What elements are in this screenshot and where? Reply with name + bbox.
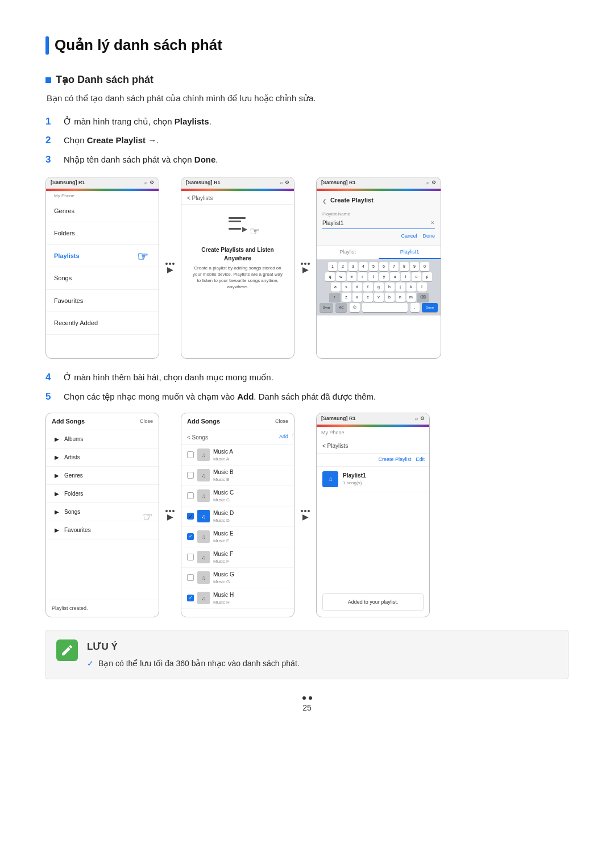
- key-e[interactable]: e: [347, 272, 356, 281]
- tab-playlist[interactable]: Playlist: [317, 246, 379, 260]
- key-w[interactable]: w: [336, 272, 346, 281]
- key-m[interactable]: m: [406, 293, 416, 302]
- key-emoji[interactable]: ☺: [350, 303, 360, 312]
- key-0[interactable]: 0: [420, 262, 429, 271]
- status-bar-3: [Samsung] R1 ⌕ ⚙: [317, 177, 441, 189]
- key-sym[interactable]: Sym: [320, 303, 333, 312]
- add-songs-header-1: Add Songs Close: [46, 413, 159, 430]
- key-c[interactable]: c: [363, 293, 373, 302]
- key-n[interactable]: n: [396, 293, 405, 302]
- key-9[interactable]: 9: [410, 262, 419, 271]
- screenshots-row-1: [Samsung] R1 ⌕ ⚙ My Phone Genres Folders…: [45, 177, 569, 359]
- as-artists: ▶ Artists: [46, 448, 159, 467]
- key-d[interactable]: d: [352, 283, 362, 292]
- key-2[interactable]: 2: [338, 262, 347, 271]
- key-o[interactable]: o: [412, 272, 421, 281]
- screenshots-row-2: Add Songs Close ▶ Albums ▶ Artists ▶ Gen…: [45, 413, 569, 617]
- key-backspace[interactable]: ⌫: [417, 293, 429, 302]
- status-icons-1: ⌕ ⚙: [144, 179, 154, 187]
- gear-icon-3: ⚙: [432, 179, 436, 187]
- add-icon: ▶: [242, 224, 247, 234]
- key-z[interactable]: z: [342, 293, 351, 302]
- key-k[interactable]: k: [406, 283, 416, 292]
- add-button[interactable]: Add: [279, 434, 288, 439]
- key-x[interactable]: x: [352, 293, 362, 302]
- status-bar-1: [Samsung] R1 ⌕ ⚙: [46, 177, 159, 189]
- status-icons-2: ⌕ ⚙: [280, 179, 289, 187]
- key-shift[interactable]: ↑: [329, 293, 341, 302]
- clear-icon: ✕: [430, 219, 435, 227]
- key-f[interactable]: f: [363, 283, 373, 292]
- as-genres: ▶ Genres: [46, 467, 159, 485]
- tab-playlist1[interactable]: Playlist1: [379, 246, 441, 260]
- key-t[interactable]: t: [368, 272, 378, 281]
- key-4[interactable]: 4: [359, 262, 368, 271]
- checkbox-c[interactable]: [187, 492, 194, 499]
- key-done[interactable]: Done: [422, 303, 438, 312]
- checkbox-b[interactable]: [187, 472, 194, 479]
- key-i[interactable]: i: [401, 272, 410, 281]
- checkbox-h[interactable]: ✓: [187, 595, 194, 601]
- checkbox-e[interactable]: ✓: [187, 533, 194, 540]
- key-5[interactable]: 5: [369, 262, 378, 271]
- song-row-b: ♫ Music B Music B: [181, 466, 294, 486]
- key-q[interactable]: q: [325, 272, 335, 281]
- arrow-right-icon-1: ▶: [167, 265, 173, 273]
- create-playlist-label: Create Playlists and Listen Anywhere Cre…: [188, 246, 287, 290]
- done-button[interactable]: Done: [422, 232, 435, 240]
- note-text-1: Bạn có thể lưu tối đa 360 bản nhạc vào d…: [98, 658, 300, 670]
- checkbox-d[interactable]: ✓: [187, 513, 194, 520]
- note-icon: [56, 639, 78, 661]
- page-footer: 25: [45, 696, 569, 714]
- status-title-2: [Samsung] R1: [186, 179, 221, 187]
- key-6[interactable]: 6: [379, 262, 388, 271]
- key-h[interactable]: h: [385, 283, 395, 292]
- key-1[interactable]: 1: [328, 262, 337, 271]
- create-playlist-link[interactable]: Create Playlist: [378, 456, 411, 464]
- key-y[interactable]: y: [379, 272, 389, 281]
- key-period[interactable]: .: [410, 303, 420, 312]
- checkbox-g[interactable]: [187, 574, 194, 581]
- checkbox-f[interactable]: [187, 554, 194, 560]
- hand-cursor-3: ☞: [143, 508, 153, 525]
- key-s[interactable]: s: [342, 283, 351, 292]
- genres-item: Genres: [46, 200, 159, 223]
- key-u[interactable]: u: [390, 272, 400, 281]
- key-7[interactable]: 7: [389, 262, 399, 271]
- added-msg-area: Added to your playlist.: [317, 588, 429, 617]
- key-a[interactable]: a: [331, 283, 341, 292]
- keyboard-row-qwerty: q w e r t y u i o p: [318, 272, 439, 281]
- song-row-g: ♫ Music G Music G: [181, 568, 294, 588]
- close-button-2[interactable]: Close: [275, 418, 288, 426]
- key-l[interactable]: l: [417, 283, 427, 292]
- key-8[interactable]: 8: [400, 262, 409, 271]
- key-ac[interactable]: AC: [335, 303, 347, 312]
- checkbox-a[interactable]: [187, 451, 194, 458]
- close-button-1[interactable]: Close: [140, 418, 153, 426]
- playlist-name-value: Playlist1: [322, 219, 343, 227]
- key-space[interactable]: [362, 303, 408, 312]
- key-b[interactable]: b: [385, 293, 395, 302]
- thumb-b: ♫: [197, 469, 210, 481]
- key-j[interactable]: j: [396, 283, 405, 292]
- dot-1: [302, 696, 306, 700]
- key-3[interactable]: 3: [349, 262, 358, 271]
- favourites-icon: ▶: [53, 526, 61, 534]
- cancel-button[interactable]: Cancel: [401, 232, 417, 240]
- key-v[interactable]: v: [374, 293, 384, 302]
- playlist-icon: ▶: [229, 217, 247, 234]
- phone-screen-1: [Samsung] R1 ⌕ ⚙ My Phone Genres Folders…: [45, 177, 159, 359]
- folders-icon: ▶: [53, 489, 61, 497]
- key-g[interactable]: g: [374, 283, 384, 292]
- arrow-1: ▶: [159, 263, 181, 273]
- genres-icon: ▶: [53, 471, 61, 479]
- edit-link[interactable]: Edit: [416, 456, 425, 464]
- step-2-text: Chọn Create Playlist →.: [64, 134, 159, 147]
- added-toast: Added to your playlist.: [322, 593, 424, 612]
- playlist-result-screen: [Samsung] R1 ⌕ ⚙ My Phone < Playlists Cr…: [316, 413, 430, 617]
- key-r[interactable]: r: [358, 272, 367, 281]
- search-icon-3: ⌕: [426, 179, 429, 187]
- subsection-square: [45, 77, 51, 83]
- key-p[interactable]: p: [422, 272, 432, 281]
- thumb-a: ♫: [197, 448, 210, 461]
